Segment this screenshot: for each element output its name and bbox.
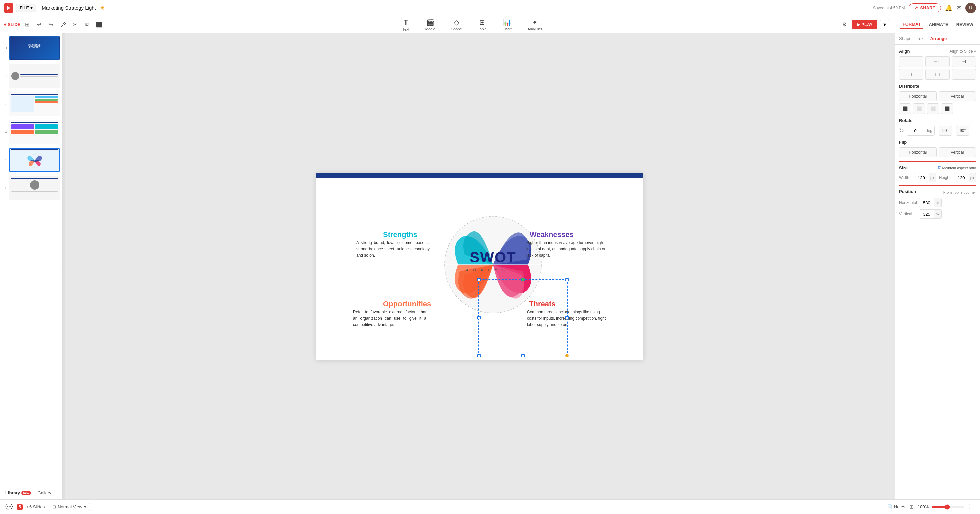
share-icon: ↗ (914, 5, 918, 10)
height-input-wrapper: px (954, 173, 976, 182)
handle-bottom-right-rotate[interactable] (565, 354, 569, 357)
align-middle-button[interactable]: ⊥⊤ (925, 69, 950, 80)
paste-button[interactable]: ⬛ (94, 19, 105, 30)
tab-animate[interactable]: ANIMATE (926, 21, 951, 28)
maintain-aspect-ratio[interactable]: ☑ Maintain aspect ratio (938, 165, 976, 170)
slide-thumb-6[interactable] (10, 176, 60, 200)
chart-tool[interactable]: 📊 Chart (500, 17, 514, 32)
position-section-title: Position (899, 189, 916, 194)
layer-backward-button[interactable]: ⬜ (927, 103, 939, 114)
redo-button[interactable]: ↪ (46, 19, 57, 30)
slide-num-2: 2 (3, 74, 7, 78)
align-left-button[interactable]: ⊢ (899, 56, 923, 67)
file-menu-button[interactable]: FILE ▾ (16, 4, 37, 12)
tab-text[interactable]: Text (917, 36, 925, 45)
slide-thumb-3[interactable] (10, 92, 60, 116)
copy-button[interactable]: ⧉ (82, 19, 93, 30)
gallery-label: Gallery (38, 490, 51, 495)
library-label: Library (5, 490, 20, 495)
distribute-vertical-button[interactable]: Vertical (939, 91, 976, 101)
user-avatar[interactable]: U (965, 3, 976, 13)
canvas-area[interactable]: SWOT A N A L Y S I S Strengths A strong … (65, 33, 895, 499)
handle-bottom-mid[interactable] (521, 354, 525, 357)
gallery-tab[interactable]: Gallery (35, 489, 54, 496)
settings-icon[interactable]: ⚙ (840, 20, 850, 29)
undo-button[interactable]: ↩ (34, 19, 45, 30)
share-button[interactable]: ↗ SHARE (908, 3, 941, 12)
right-panel: Shape Text Arrange Align Align to Slide … (895, 33, 980, 499)
grid-view-button[interactable]: ⊞ (22, 19, 33, 30)
tab-format[interactable]: FORMAT (900, 20, 924, 29)
notes-button[interactable]: 📄 Notes (887, 504, 905, 509)
mail-icon[interactable]: ✉ (956, 4, 961, 12)
view-label: Normal View (58, 504, 82, 509)
library-tab[interactable]: Library New (3, 489, 33, 496)
slide-row-4: 4 (3, 120, 60, 144)
chat-icon[interactable]: 💬 (5, 503, 13, 511)
add-slide-button[interactable]: + SLIDE (4, 22, 21, 27)
align-to-dropdown[interactable]: Align to Slide ▾ (950, 49, 976, 54)
text-tool[interactable]: T Text (400, 17, 412, 33)
slide-thumb-4[interactable] (10, 120, 60, 144)
align-right-button[interactable]: ⊣ (952, 56, 976, 67)
height-input[interactable] (954, 175, 969, 180)
file-chevron-icon: ▾ (30, 5, 33, 10)
layer-to-front-button[interactable]: ⬛ (899, 103, 911, 114)
width-input[interactable] (914, 175, 929, 180)
layer-to-back-button[interactable]: ⬛ (941, 103, 953, 114)
vertical-pos-input-wrapper: px (919, 209, 942, 219)
slide-num-6: 6 (3, 186, 7, 190)
threats-text: Common threats include things like risin… (527, 309, 607, 328)
star-icon[interactable]: ★ (100, 5, 105, 11)
bottom-left: 💬 5 / 6 Slides ⊟ Normal View ▾ (5, 503, 90, 511)
height-unit: px (969, 173, 976, 182)
play-button[interactable]: ▶ PLAY (852, 20, 877, 29)
flip-horizontal-button[interactable]: Horizontal (899, 147, 937, 158)
handle-top-right[interactable] (565, 278, 569, 281)
slide-thumb-1[interactable]: MARKETINGSTRATEGY (10, 36, 60, 60)
slide-thumb-2[interactable] (10, 64, 60, 88)
layer-forward-button[interactable]: ⬜ (913, 103, 925, 114)
divider-1 (899, 161, 976, 162)
shape-tool[interactable]: ◇ Shape (449, 17, 465, 32)
rotate-cw-button[interactable]: 90° (939, 126, 952, 136)
fullscreen-button[interactable]: ⛶ (969, 503, 975, 510)
width-unit: px (929, 173, 936, 182)
svg-text:SWOT: SWOT (31, 160, 39, 163)
play-dropdown-button[interactable]: ▾ (880, 20, 889, 29)
horizontal-pos-unit: px (934, 198, 941, 207)
flip-vertical-button[interactable]: Vertical (939, 147, 976, 158)
rotate-ccw-button[interactable]: 90° (956, 126, 969, 136)
addons-tool[interactable]: ✦ Add-Ons (525, 17, 545, 32)
distribute-horizontal-button[interactable]: Horizontal (899, 91, 937, 101)
shape-icon: ◇ (454, 18, 459, 26)
zoom-percentage: 100% (918, 504, 929, 509)
slide-panel: 1 MARKETINGSTRATEGY 2 3 (0, 33, 63, 499)
zoom-slider[interactable] (931, 504, 965, 510)
slide-thumb-5[interactable]: SWOT (10, 148, 60, 172)
align-center-h-button[interactable]: ⊣⊢ (925, 56, 950, 67)
notifications-icon[interactable]: 🔔 (945, 4, 952, 12)
slide-num-4: 4 (3, 130, 7, 134)
slide-header-bar (317, 173, 643, 178)
tab-arrange[interactable]: Arrange (930, 36, 947, 45)
tab-review[interactable]: REVIEW (954, 21, 976, 28)
table-icon: ⊞ (909, 504, 914, 510)
normal-view-button[interactable]: ⊟ Normal View ▾ (49, 503, 90, 511)
rotate-value-input[interactable] (907, 128, 924, 133)
main-toolbar: + SLIDE ⊞ ↩ ↪ 🖌 ✂ ⧉ ⬛ T Text 🎬 Media ◇ S… (0, 16, 980, 33)
horizontal-pos-input[interactable] (920, 201, 934, 205)
vertical-pos-label: Vertical (899, 212, 916, 216)
width-input-wrapper: px (914, 173, 936, 182)
main-area: 1 MARKETINGSTRATEGY 2 3 (0, 33, 980, 499)
tab-shape[interactable]: Shape (899, 36, 912, 45)
align-top-button[interactable]: ⊤ (899, 69, 923, 80)
table-tool[interactable]: ⊞ Table (475, 17, 489, 32)
opportunities-text: Refer to favorable external factors that… (353, 309, 426, 328)
align-bottom-button[interactable]: ⊥ (952, 69, 976, 80)
vertical-pos-input[interactable] (920, 212, 934, 216)
paint-format-button[interactable]: 🖌 (58, 19, 68, 30)
media-tool[interactable]: 🎬 Media (423, 17, 438, 32)
handle-bottom-left[interactable] (477, 354, 480, 357)
cut-button[interactable]: ✂ (70, 19, 81, 30)
